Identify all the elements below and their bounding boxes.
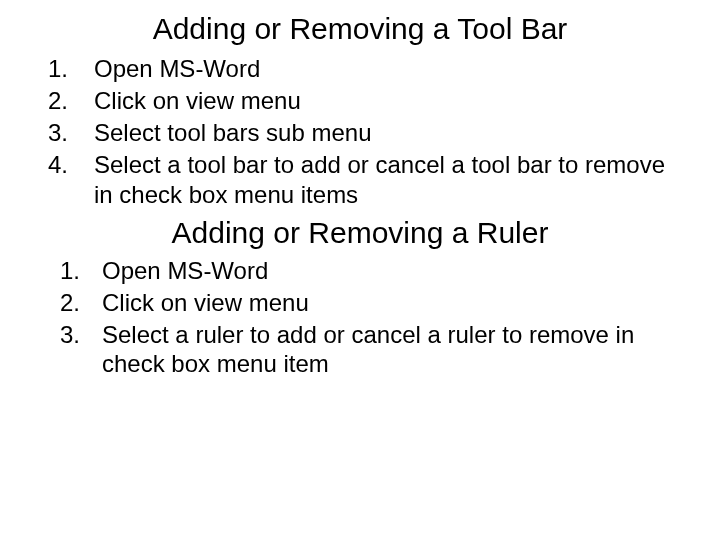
section1-steps: Open MS-Word Click on view menu Select t… bbox=[30, 54, 690, 210]
list-item: Select a tool bar to add or cancel a too… bbox=[94, 150, 690, 210]
list-item: Select a ruler to add or cancel a ruler … bbox=[102, 320, 690, 380]
section1-title: Adding or Removing a Tool Bar bbox=[30, 12, 690, 46]
list-item: Click on view menu bbox=[102, 288, 690, 318]
list-item: Open MS-Word bbox=[102, 256, 690, 286]
list-item: Select tool bars sub menu bbox=[94, 118, 690, 148]
section2-title: Adding or Removing a Ruler bbox=[30, 216, 690, 250]
list-item: Open MS-Word bbox=[94, 54, 690, 84]
section2-steps: Open MS-Word Click on view menu Select a… bbox=[30, 256, 690, 379]
list-item: Click on view menu bbox=[94, 86, 690, 116]
slide: Adding or Removing a Tool Bar Open MS-Wo… bbox=[0, 0, 720, 540]
